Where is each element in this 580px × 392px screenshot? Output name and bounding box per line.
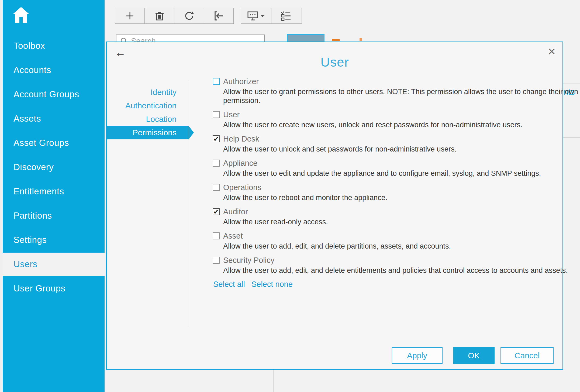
sidebar-item-accounts[interactable]: Accounts: [3, 58, 105, 82]
users-toolbar: [115, 8, 234, 24]
home-icon[interactable]: [13, 7, 29, 23]
permission-label: Security Policy: [223, 256, 274, 265]
column-chooser-button[interactable]: [271, 8, 302, 24]
sidebar-item-settings[interactable]: Settings: [3, 228, 105, 252]
permission-row-appliance: Appliance Allow the user to edit and upd…: [213, 159, 580, 178]
permission-row-authorizer: Authorizer Allow the user to grant permi…: [213, 77, 580, 105]
refresh-icon: [185, 11, 194, 20]
sidebar-item-asset-groups[interactable]: Asset Groups: [3, 131, 105, 155]
selected-tab-arrow: [189, 126, 194, 139]
help-desk-checkbox[interactable]: ✔: [213, 135, 220, 142]
sidebar-item-account-groups[interactable]: Account Groups: [3, 82, 105, 106]
user-checkbox[interactable]: [213, 111, 220, 118]
permission-description: Allow the user to add, edit, and delete …: [223, 242, 580, 251]
asset-checkbox[interactable]: [213, 232, 220, 239]
sidebar-item-toolbox[interactable]: Toolbox: [3, 34, 105, 58]
view-selector-button[interactable]: [241, 8, 271, 24]
sidebar-item-users[interactable]: Users: [3, 253, 105, 276]
dialog-tab-rail: Identity Authentication Location Permiss…: [107, 85, 189, 139]
permission-description: Allow the user to unlock and set passwor…: [223, 145, 580, 154]
operations-checkbox[interactable]: [213, 184, 220, 191]
permission-row-security-policy: Security Policy Allow the user to add, e…: [213, 256, 580, 275]
import-button[interactable]: [204, 8, 234, 24]
permission-row-user: User Allow the user to create new users,…: [213, 110, 580, 129]
sidebar-nav: Toolbox Accounts Account Groups Assets A…: [3, 34, 105, 301]
import-icon: [214, 11, 224, 20]
tab-location[interactable]: Location: [107, 112, 189, 126]
authorizer-checkbox[interactable]: [213, 78, 220, 85]
user-dialog: ← × User Identity Authentication Locatio…: [106, 42, 563, 370]
permission-row-operations: Operations Allow the user to reboot and …: [213, 183, 580, 202]
permission-label: Asset: [223, 232, 243, 240]
permission-description: Allow the user to add, edit, and delete …: [223, 266, 580, 275]
permissions-list: Authorizer Allow the user to grant permi…: [213, 77, 580, 289]
auditor-checkbox[interactable]: ✔: [213, 208, 220, 215]
refresh-button[interactable]: [174, 8, 204, 24]
tab-permissions[interactable]: Permissions: [107, 126, 189, 139]
sidebar-item-partitions[interactable]: Partitions: [3, 204, 105, 228]
covered-text-fragment: [332, 39, 340, 41]
trash-icon: [156, 11, 164, 20]
permission-label: Auditor: [223, 207, 248, 216]
covered-text-fragment: [360, 38, 362, 41]
tab-authentication[interactable]: Authentication: [107, 99, 189, 112]
ok-button[interactable]: OK: [453, 347, 495, 364]
delete-user-button[interactable]: [144, 8, 174, 24]
select-none-link[interactable]: Select none: [251, 280, 293, 289]
column-divider: [273, 370, 274, 392]
appliance-checkbox[interactable]: [213, 160, 220, 167]
plus-icon: [125, 11, 134, 20]
app-window: Toolbox Accounts Account Groups Assets A…: [0, 0, 580, 392]
permission-description: Allow the user read-only access.: [223, 218, 580, 226]
permission-row-asset: Asset Allow the user to add, edit, and d…: [213, 231, 580, 251]
cancel-button[interactable]: Cancel: [500, 347, 554, 364]
permission-description: Allow the user to edit and update the ap…: [223, 169, 580, 178]
select-all-link[interactable]: Select all: [213, 280, 245, 289]
sidebar: Toolbox Accounts Account Groups Assets A…: [3, 0, 105, 392]
permission-label: User: [223, 110, 240, 119]
permission-label: Appliance: [223, 159, 257, 168]
rail-divider: [189, 80, 189, 327]
permission-label: Help Desk: [223, 135, 259, 143]
sidebar-item-user-groups[interactable]: User Groups: [3, 276, 105, 301]
select-links: Select all Select none: [213, 280, 580, 289]
permission-description: Allow the user to create new users, unlo…: [223, 121, 580, 129]
permission-label: Operations: [223, 183, 261, 192]
view-toolbar: [241, 8, 302, 24]
permission-row-auditor: ✔ Auditor Allow the user read-only acces…: [213, 207, 580, 226]
apply-button[interactable]: Apply: [392, 347, 443, 364]
chevron-down-icon: [260, 15, 265, 17]
tab-identity[interactable]: Identity: [107, 85, 189, 99]
sidebar-item-discovery[interactable]: Discovery: [3, 155, 105, 179]
add-user-button[interactable]: [115, 8, 145, 24]
permission-description: Allow the user to reboot and monitor the…: [223, 193, 580, 202]
permission-label: Authorizer: [223, 77, 259, 86]
permission-row-help-desk: ✔ Help Desk Allow the user to unlock and…: [213, 134, 580, 154]
permission-description: Allow the user to grant permissions to o…: [223, 87, 580, 105]
dialog-title: User: [107, 55, 562, 70]
window-edge: [0, 0, 3, 392]
tab-permissions-label: Permissions: [133, 128, 177, 137]
security-policy-checkbox[interactable]: [213, 257, 220, 264]
monitor-icon: [247, 11, 258, 20]
sidebar-item-entitlements[interactable]: Entitlements: [3, 179, 105, 204]
checklist-icon: [281, 11, 292, 21]
sidebar-item-assets[interactable]: Assets: [3, 106, 105, 131]
